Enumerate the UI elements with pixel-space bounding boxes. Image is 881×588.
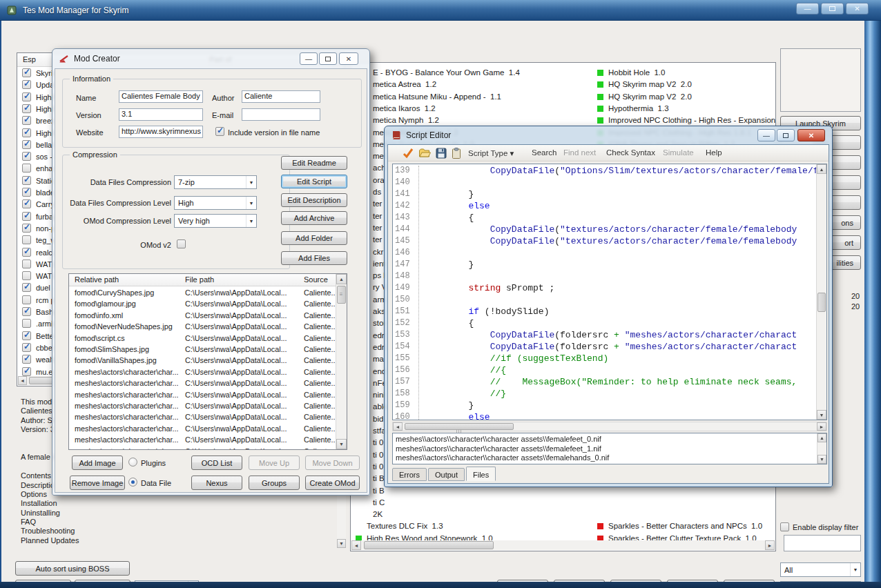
- auto-sort-boss-button[interactable]: Auto sort using BOSS: [15, 561, 130, 576]
- check-icon[interactable]: [402, 147, 414, 159]
- table-row[interactable]: fomod\glamour.jpgC:\Users\nwa\AppData\Lo…: [69, 299, 336, 310]
- table-row[interactable]: fomod\NeverNudeShapes.jpgC:\Users\nwa\Ap…: [69, 322, 336, 333]
- maximize-icon[interactable]: [319, 52, 337, 65]
- close-icon[interactable]: ✕: [846, 3, 869, 14]
- esp-item-checkbox[interactable]: [22, 128, 31, 137]
- compression-combo[interactable]: Very high▼: [174, 214, 257, 228]
- code-horizontal-scrollbar[interactable]: ◄ ||| ►: [392, 422, 827, 431]
- nexus-button[interactable]: Nexus: [191, 476, 242, 490]
- esp-item-checkbox[interactable]: [22, 259, 31, 268]
- table-row[interactable]: meshes\actors\character\char...C:\Users\…: [69, 378, 336, 389]
- esp-item-checkbox[interactable]: [22, 164, 31, 173]
- data-file-radio-label[interactable]: Data File: [141, 479, 171, 487]
- scroll-up-icon[interactable]: ▲: [817, 164, 826, 174]
- esp-item-checkbox[interactable]: [22, 116, 31, 125]
- esp-item-checkbox[interactable]: [22, 319, 31, 328]
- table-row[interactable]: meshes\actors\character\char...C:\Users\…: [69, 435, 336, 446]
- table-row[interactable]: meshes\actors\character\char...C:\Users\…: [69, 447, 336, 449]
- scroll-left-icon[interactable]: ◄: [351, 540, 361, 550]
- check-syntax-menu[interactable]: Check Syntax: [606, 148, 655, 157]
- website-field[interactable]: http://www.skyrimnexus: [119, 126, 203, 138]
- mod-row[interactable]: Improved NPC Clothing - High Res - Expan…: [351, 115, 775, 126]
- tab-errors[interactable]: Errors: [392, 468, 427, 481]
- email-field[interactable]: [242, 108, 320, 121]
- table-row[interactable]: fomod\VanillaShapes.jpgC:\Users\nwa\AppD…: [69, 355, 336, 366]
- add-folder-button[interactable]: Add Folder: [281, 231, 347, 245]
- mod-row[interactable]: Hobbit Hole 1.0: [351, 67, 775, 79]
- table-row[interactable]: fomod\script.csC:\Users\nwa\AppData\Loca…: [69, 333, 336, 344]
- tab-files[interactable]: Files: [466, 467, 496, 481]
- esp-item-checkbox[interactable]: [22, 295, 31, 304]
- open-folder-icon[interactable]: [418, 147, 431, 159]
- scroll-left-icon[interactable]: ◄: [393, 422, 403, 431]
- esp-item-checkbox[interactable]: [22, 331, 31, 340]
- scrollbar-thumb[interactable]: |||: [405, 423, 514, 430]
- find-next-menu[interactable]: Find next: [563, 148, 596, 157]
- table-row[interactable]: meshes\actors\character\char...C:\Users\…: [69, 412, 336, 423]
- scroll-down-icon[interactable]: ▼: [817, 410, 826, 420]
- help-menu[interactable]: Help: [706, 148, 722, 157]
- esp-column-header[interactable]: Esp: [23, 55, 36, 63]
- chevron-down-icon[interactable]: ▼: [246, 176, 256, 188]
- close-icon[interactable]: ✕: [339, 52, 358, 65]
- mod-list-horizontal-scrollbar[interactable]: ◄ ►: [351, 540, 775, 550]
- omod-v2-checkbox[interactable]: [177, 239, 186, 248]
- code-editor[interactable]: 1391401411421431441451461471481491501511…: [392, 164, 827, 420]
- author-field[interactable]: Caliente: [242, 90, 320, 103]
- scroll-right-icon[interactable]: ►: [765, 540, 775, 550]
- enable-display-filter-checkbox[interactable]: [780, 522, 789, 531]
- search-menu[interactable]: Search: [532, 148, 556, 157]
- compression-combo[interactable]: High▼: [174, 196, 257, 210]
- maximize-icon[interactable]: [777, 129, 795, 141]
- table-row[interactable]: fomod\SlimShapes.jpgC:\Users\nwa\AppData…: [69, 344, 336, 355]
- mod-row[interactable]: HQ Skyrim map V2 2.0: [351, 91, 775, 103]
- esp-item-checkbox[interactable]: [22, 188, 31, 197]
- files-box-scrollbar[interactable]: ▲ ▼: [817, 433, 826, 464]
- save-icon[interactable]: [435, 147, 447, 159]
- table-row[interactable]: meshes\actors\character\char...C:\Users\…: [69, 367, 336, 378]
- data-file-radio[interactable]: [128, 478, 137, 487]
- edit-readme-button[interactable]: Edit Readme: [281, 156, 347, 170]
- close-icon[interactable]: ✕: [797, 129, 825, 141]
- chevron-down-icon[interactable]: ▼: [246, 215, 256, 227]
- chevron-down-icon[interactable]: ▼: [850, 563, 860, 576]
- table-row[interactable]: fomod\CurvyShapes.jpgC:\Users\nwa\AppDat…: [69, 288, 336, 299]
- scroll-down-icon[interactable]: ▼: [337, 539, 346, 548]
- scroll-up-icon[interactable]: ▲: [336, 274, 347, 284]
- plugins-radio-label[interactable]: Plugins: [141, 459, 166, 467]
- table-row[interactable]: fomod\info.xmlC:\Users\nwa\AppData\Local…: [69, 311, 336, 322]
- esp-item-checkbox[interactable]: [22, 235, 31, 244]
- esp-item-checkbox[interactable]: [22, 140, 31, 149]
- esp-item-checkbox[interactable]: [22, 248, 31, 257]
- edit-description-button[interactable]: Edit Description: [281, 193, 347, 207]
- add-files-button[interactable]: Add Files: [281, 251, 347, 265]
- esp-item-checkbox[interactable]: [22, 68, 31, 77]
- minimize-icon[interactable]: —: [757, 129, 775, 141]
- scroll-up-icon[interactable]: ▲: [817, 433, 826, 442]
- maximize-icon[interactable]: [821, 3, 844, 14]
- edit-script-button[interactable]: Edit Script: [281, 175, 347, 188]
- version-field[interactable]: 3.1: [119, 108, 203, 121]
- create-omod-button[interactable]: Create OMod: [305, 476, 360, 490]
- column-header[interactable]: Relative path: [75, 275, 119, 284]
- code-vertical-scrollbar[interactable]: ▲ ▼: [816, 164, 826, 420]
- scroll-right-icon[interactable]: ►: [817, 422, 826, 431]
- table-row[interactable]: meshes\actors\character\char...C:\Users\…: [69, 424, 336, 435]
- mod-row[interactable]: 2K: [351, 509, 775, 520]
- scrollbar-thumb[interactable]: [817, 293, 826, 312]
- table-row[interactable]: meshes\actors\character\char...C:\Users\…: [69, 401, 336, 412]
- script-type-menu[interactable]: Script Type ▾: [468, 148, 514, 158]
- add-archive-button[interactable]: Add Archive: [281, 211, 347, 225]
- esp-item-checkbox[interactable]: [22, 104, 31, 113]
- move-up-button[interactable]: Move Up: [249, 455, 300, 470]
- esp-item-checkbox[interactable]: [22, 367, 31, 376]
- esp-item-checkbox[interactable]: [22, 212, 31, 221]
- scrollbar-thumb[interactable]: [364, 541, 494, 549]
- ocd-list-button[interactable]: OCD List: [191, 455, 242, 470]
- esp-item-checkbox[interactable]: [22, 176, 31, 185]
- plugins-radio[interactable]: [128, 458, 137, 467]
- mod-creator-titlebar[interactable]: Mod Creator — ✕: [52, 49, 369, 68]
- column-header[interactable]: Source: [304, 275, 328, 284]
- mod-row[interactable]: HQ Skyrim map V2 2.0: [351, 79, 775, 90]
- scroll-left-icon[interactable]: ◄: [18, 376, 27, 385]
